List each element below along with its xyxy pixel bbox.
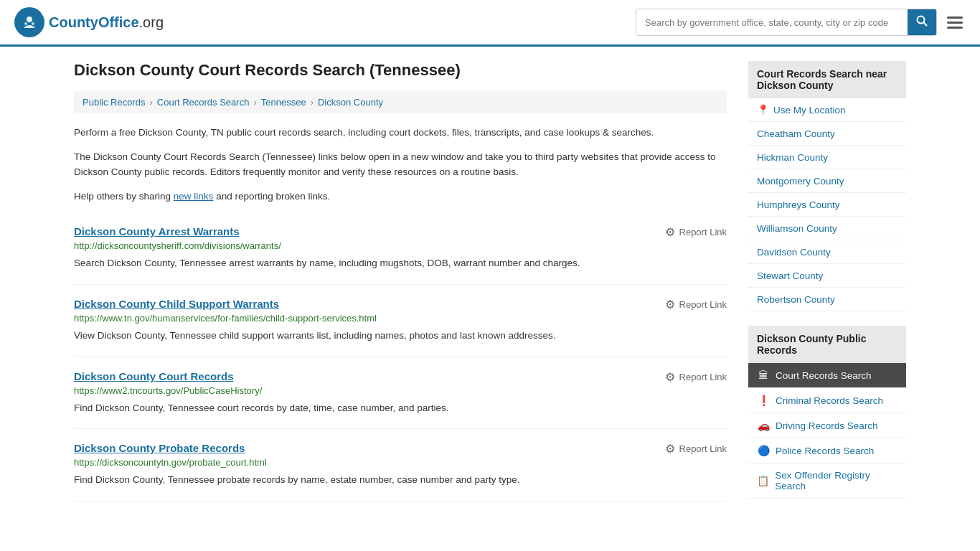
result-desc-0: Search Dickson County, Tennessee arrest …: [74, 255, 727, 271]
menu-bar-2: [947, 22, 963, 24]
nearby-county-list: Cheatham CountyHickman CountyMontgomery …: [748, 122, 906, 311]
location-pin-icon: 📍: [757, 104, 769, 116]
search-bar: [636, 9, 937, 36]
page-title: Dickson County Court Records Search (Ten…: [74, 61, 727, 80]
new-links-link[interactable]: new links: [174, 191, 214, 202]
result-title-1[interactable]: Dickson County Child Support Warrants: [74, 298, 279, 310]
report-link-3[interactable]: ⚙ Report Link: [665, 442, 727, 456]
nearby-county-link-6[interactable]: Stewart County: [757, 270, 823, 281]
menu-bar-3: [947, 27, 963, 29]
breadcrumb-court-records-search[interactable]: Court Records Search: [157, 97, 250, 108]
report-icon-1: ⚙: [665, 298, 675, 311]
logo-area: CountyOffice.org: [14, 7, 164, 37]
record-icon-4: 📋: [757, 475, 769, 486]
record-list-item[interactable]: 🔵Police Records Search: [748, 438, 906, 463]
report-label-3: Report Link: [679, 443, 727, 454]
public-records-section: Dickson County Public Records 🏛Court Rec…: [748, 326, 906, 499]
record-label-0: Court Records Search: [776, 370, 872, 381]
search-input[interactable]: [636, 11, 908, 34]
result-header: Dickson County Child Support Warrants ⚙ …: [74, 298, 727, 313]
result-header: Dickson County Arrest Warrants ⚙ Report …: [74, 225, 727, 240]
svg-point-2: [24, 22, 27, 25]
result-url-2: https://www2.tncourts.gov/PublicCaseHist…: [74, 385, 727, 396]
report-link-2[interactable]: ⚙ Report Link: [665, 370, 727, 384]
public-records-list: 🏛Court Records Search❗Criminal Records S…: [748, 363, 906, 499]
svg-point-4: [918, 17, 925, 24]
nearby-county-item: Cheatham County: [748, 122, 906, 146]
breadcrumb-public-records[interactable]: Public Records: [83, 97, 145, 108]
public-records-header: Dickson County Public Records: [748, 326, 906, 363]
main-container: Dickson County Court Records Search (Ten…: [60, 47, 920, 527]
search-button[interactable]: [908, 9, 936, 35]
svg-line-5: [924, 23, 928, 27]
result-title-2[interactable]: Dickson County Court Records: [74, 370, 234, 382]
breadcrumb: Public Records › Court Records Search › …: [74, 91, 727, 113]
record-list-item[interactable]: 📋Sex Offender Registry Search: [748, 463, 906, 499]
report-link-0[interactable]: ⚙ Report Link: [665, 225, 727, 239]
use-my-location-button[interactable]: 📍 Use My Location: [748, 98, 906, 122]
result-card: Dickson County Arrest Warrants ⚙ Report …: [74, 212, 727, 285]
result-title-0[interactable]: Dickson County Arrest Warrants: [74, 225, 240, 237]
use-location-label: Use My Location: [773, 105, 846, 116]
record-link-2[interactable]: Driving Records Search: [776, 420, 878, 431]
nearby-county-item: Stewart County: [748, 264, 906, 288]
menu-bar-1: [947, 17, 963, 19]
nearby-county-link-2[interactable]: Montgomery County: [757, 176, 844, 187]
result-card: Dickson County Probate Records ⚙ Report …: [74, 429, 727, 501]
result-desc-1: View Dickson County, Tennessee child sup…: [74, 328, 727, 344]
nearby-county-link-3[interactable]: Humphreys County: [757, 199, 840, 210]
description-2: The Dickson County Court Records Search …: [74, 149, 727, 180]
report-icon-0: ⚙: [665, 225, 675, 239]
result-url-3: https://dicksoncountytn.gov/probate_cour…: [74, 457, 727, 468]
nearby-county-link-0[interactable]: Cheatham County: [757, 128, 835, 139]
nearby-county-link-1[interactable]: Hickman County: [757, 152, 828, 163]
svg-point-1: [27, 17, 32, 22]
record-list-item[interactable]: 🚗Driving Records Search: [748, 413, 906, 438]
sidebar: Court Records Search near Dickson County…: [748, 61, 906, 513]
description-1: Perform a free Dickson County, TN public…: [74, 125, 727, 141]
breadcrumb-tennessee[interactable]: Tennessee: [261, 97, 306, 108]
description-3: Help others by sharing new links and rep…: [74, 189, 727, 204]
logo-text: CountyOffice.org: [49, 14, 164, 31]
report-label-1: Report Link: [679, 299, 727, 310]
nearby-section: Court Records Search near Dickson County…: [748, 61, 906, 311]
nearby-county-item: Hickman County: [748, 146, 906, 169]
breadcrumb-sep-1: ›: [149, 97, 152, 108]
main-content: Dickson County Court Records Search (Ten…: [74, 61, 727, 513]
record-icon-3: 🔵: [757, 445, 770, 456]
breadcrumb-dickson-county[interactable]: Dickson County: [318, 97, 383, 108]
nearby-county-link-7[interactable]: Robertson County: [757, 294, 835, 305]
report-link-1[interactable]: ⚙ Report Link: [665, 298, 727, 311]
report-label-2: Report Link: [679, 372, 727, 382]
record-list-item[interactable]: ❗Criminal Records Search: [748, 388, 906, 413]
record-icon-0: 🏛: [757, 369, 770, 381]
hamburger-menu-button[interactable]: [944, 14, 966, 32]
logo-svg: [19, 12, 39, 32]
result-card: Dickson County Child Support Warrants ⚙ …: [74, 285, 727, 357]
nearby-county-item: Humphreys County: [748, 193, 906, 217]
report-label-0: Report Link: [679, 227, 727, 237]
record-link-3[interactable]: Police Records Search: [776, 446, 874, 456]
result-desc-3: Find Dickson County, Tennessee probate r…: [74, 472, 727, 488]
record-icon-2: 🚗: [757, 420, 770, 431]
result-cards: Dickson County Arrest Warrants ⚙ Report …: [74, 212, 727, 501]
record-link-4[interactable]: Sex Offender Registry Search: [775, 470, 897, 491]
record-list-item[interactable]: 🏛Court Records Search: [748, 363, 906, 388]
nearby-county-link-5[interactable]: Davidson County: [757, 247, 831, 258]
result-card: Dickson County Court Records ⚙ Report Li…: [74, 357, 727, 430]
logo-icon: [14, 7, 44, 37]
result-url-0: http://dicksoncountysheriff.com/division…: [74, 240, 727, 251]
nearby-county-item: Robertson County: [748, 288, 906, 311]
record-icon-1: ❗: [757, 395, 770, 406]
nearby-county-item: Montgomery County: [748, 169, 906, 193]
header-right: [636, 9, 966, 36]
result-title-3[interactable]: Dickson County Probate Records: [74, 442, 245, 454]
breadcrumb-sep-2: ›: [253, 97, 256, 108]
report-icon-2: ⚙: [665, 370, 675, 384]
breadcrumb-sep-3: ›: [311, 97, 314, 108]
report-icon-3: ⚙: [665, 442, 675, 456]
nearby-county-link-4[interactable]: Williamson County: [757, 223, 837, 234]
result-header: Dickson County Court Records ⚙ Report Li…: [74, 370, 727, 385]
record-link-1[interactable]: Criminal Records Search: [776, 395, 883, 406]
result-url-1: https://www.tn.gov/humanservices/for-fam…: [74, 313, 727, 324]
